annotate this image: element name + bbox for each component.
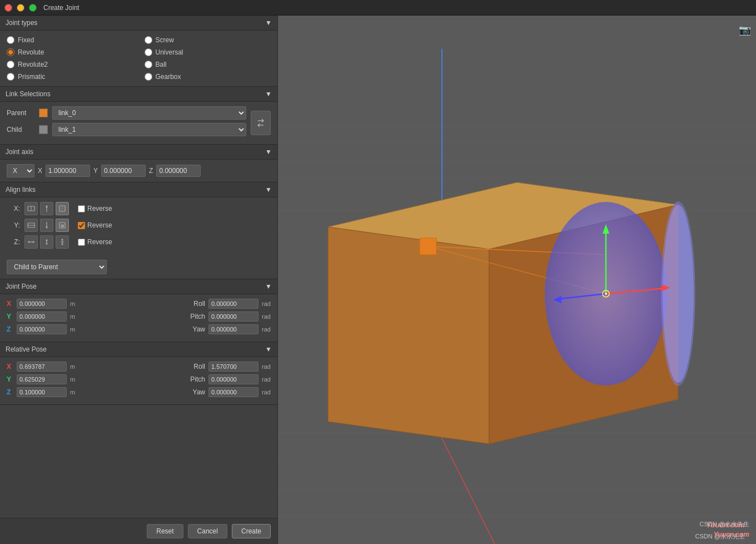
align-y-btn2[interactable] xyxy=(40,219,53,232)
rel-pose-pitch-input[interactable] xyxy=(208,374,258,384)
align-x-btn1[interactable] xyxy=(24,202,38,215)
close-button[interactable] xyxy=(4,4,12,12)
joint-pose-yaw-input[interactable] xyxy=(208,324,258,334)
relative-pose-chevron: ▼ xyxy=(265,345,272,353)
svg-marker-14 xyxy=(33,241,34,243)
joint-pose-yaw-unit: rad xyxy=(262,326,271,333)
radio-fixed-label: Fixed xyxy=(18,36,34,44)
align-y-reverse: Reverse xyxy=(78,221,112,229)
svg-point-61 xyxy=(605,293,607,295)
svg-marker-13 xyxy=(28,241,29,243)
axis-y-input[interactable] xyxy=(101,165,146,177)
svg-marker-16 xyxy=(46,239,48,241)
rel-pose-x-input[interactable] xyxy=(17,362,67,372)
csdn-label: CSDN @水水先生 xyxy=(700,520,749,528)
radio-prismatic-label: Prismatic xyxy=(18,73,45,81)
rel-pose-yaw-input[interactable] xyxy=(208,387,258,397)
svg-marker-17 xyxy=(46,243,48,245)
joint-pose-roll-input[interactable] xyxy=(208,299,258,309)
child-color-swatch xyxy=(39,125,48,134)
minimize-button[interactable] xyxy=(17,4,24,12)
child-select[interactable]: link_0 link_1 xyxy=(52,123,246,136)
radio-ball-label: Ball xyxy=(156,61,167,68)
radio-fixed[interactable]: Fixed xyxy=(7,35,133,45)
align-x-reverse-checkbox[interactable] xyxy=(78,205,85,212)
cancel-button[interactable]: Cancel xyxy=(188,524,227,538)
joint-pose-y-input[interactable] xyxy=(17,311,67,322)
rel-pose-pitch-label: Pitch xyxy=(186,375,205,383)
align-x-btn3[interactable]: 7 xyxy=(56,202,69,215)
axis-z-input[interactable] xyxy=(156,165,201,177)
align-x-btn2[interactable] xyxy=(40,202,53,215)
reset-button[interactable]: Reset xyxy=(147,524,183,538)
left-panel: Joint types ▼ Fixed Screw Revolute Unive… xyxy=(0,16,278,544)
svg-point-53 xyxy=(663,205,694,383)
radio-revolute2[interactable]: Revolute2 xyxy=(7,60,133,70)
rel-pose-pitch-unit: rad xyxy=(262,376,271,383)
right-panel: 📷 Yuucn.com CSDN @水水先生 📷 Yuucn.com CSDN … xyxy=(278,16,756,544)
radio-revolute2-label: Revolute2 xyxy=(18,61,48,68)
radio-prismatic[interactable]: Prismatic xyxy=(7,72,133,82)
maximize-button[interactable] xyxy=(29,4,37,12)
title-bar: Create Joint xyxy=(0,0,756,16)
axis-x-input[interactable] xyxy=(46,165,90,177)
parent-label: Parent xyxy=(7,109,34,117)
align-y-btn1[interactable] xyxy=(24,219,38,232)
axis-select[interactable]: X Y Z xyxy=(7,164,34,177)
align-y-row: Y: ▣ Reverse xyxy=(9,219,268,232)
joint-types-header[interactable]: Joint types ▼ xyxy=(0,16,277,31)
align-links-chevron: ▼ xyxy=(265,186,272,194)
viewport-scene: 📷 Yuucn.com CSDN @水水先生 xyxy=(278,16,756,544)
svg-marker-9 xyxy=(46,226,48,229)
link-selections-header[interactable]: Link Selections ▼ xyxy=(0,87,277,102)
joint-pose-y-label: Y xyxy=(7,313,13,320)
svg-marker-45 xyxy=(328,227,489,444)
align-x-row: X: 7 Reverse xyxy=(9,202,268,215)
joint-pose-x-input[interactable] xyxy=(17,299,67,309)
rel-pose-x-row: X m Roll rad xyxy=(7,362,271,372)
swap-button[interactable] xyxy=(251,111,271,135)
joint-pose-body: X m Roll rad Y m Pitch rad Z xyxy=(0,294,277,342)
joint-axis-header[interactable]: Joint axis ▼ xyxy=(0,145,277,160)
axis-z-label: Z xyxy=(149,167,153,175)
svg-text:7: 7 xyxy=(61,207,63,211)
link-selections-chevron: ▼ xyxy=(265,90,272,98)
svg-marker-3 xyxy=(46,205,48,207)
joint-pose-y-unit: m xyxy=(70,313,79,320)
align-links-header[interactable]: Align links ▼ xyxy=(0,182,277,197)
align-y-reverse-checkbox[interactable] xyxy=(78,222,85,229)
joint-pose-z-input[interactable] xyxy=(17,324,67,334)
joint-types-grid: Fixed Screw Revolute Universal Revolute2… xyxy=(0,31,277,86)
rel-pose-z-row: Z m Yaw rad xyxy=(7,387,271,397)
radio-screw[interactable]: Screw xyxy=(145,35,271,45)
align-y-btn3[interactable]: ▣ xyxy=(56,219,69,232)
rel-pose-y-unit: m xyxy=(70,376,79,383)
rel-pose-roll-label: Roll xyxy=(186,363,205,370)
parent-select[interactable]: link_0 link_1 xyxy=(52,106,246,120)
align-y-reverse-label: Reverse xyxy=(87,221,112,229)
rel-pose-z-input[interactable] xyxy=(17,387,67,397)
radio-universal[interactable]: Universal xyxy=(145,47,271,57)
joint-pose-z-label: Z xyxy=(7,325,13,333)
radio-gearbox[interactable]: Gearbox xyxy=(145,72,271,82)
align-z-btn3[interactable] xyxy=(56,235,69,249)
child-parent-wrap: Child to Parent Parent to Child xyxy=(0,256,277,279)
link-selections-label: Link Selections xyxy=(6,90,51,98)
child-to-parent-select[interactable]: Child to Parent Parent to Child xyxy=(7,260,107,274)
svg-text:📷: 📷 xyxy=(739,24,752,36)
align-z-btn2[interactable] xyxy=(40,235,53,249)
joint-pose-x-unit: m xyxy=(70,300,79,307)
create-button[interactable]: Create xyxy=(232,524,271,538)
joint-pose-header[interactable]: Joint Pose ▼ xyxy=(0,279,277,294)
relative-pose-header[interactable]: Relative Pose ▼ xyxy=(0,342,277,357)
align-z-reverse-label: Reverse xyxy=(87,238,112,246)
rel-pose-y-input[interactable] xyxy=(17,374,67,384)
align-z-reverse-checkbox[interactable] xyxy=(78,239,85,246)
radio-revolute[interactable]: Revolute xyxy=(7,47,133,57)
joint-pose-pitch-input[interactable] xyxy=(208,311,258,322)
radio-ball[interactable]: Ball xyxy=(145,60,271,70)
joint-axis-chevron: ▼ xyxy=(265,148,272,156)
rel-pose-roll-input[interactable] xyxy=(208,362,258,372)
align-z-btn1[interactable] xyxy=(24,235,38,249)
rel-pose-y-label: Y xyxy=(7,375,13,383)
